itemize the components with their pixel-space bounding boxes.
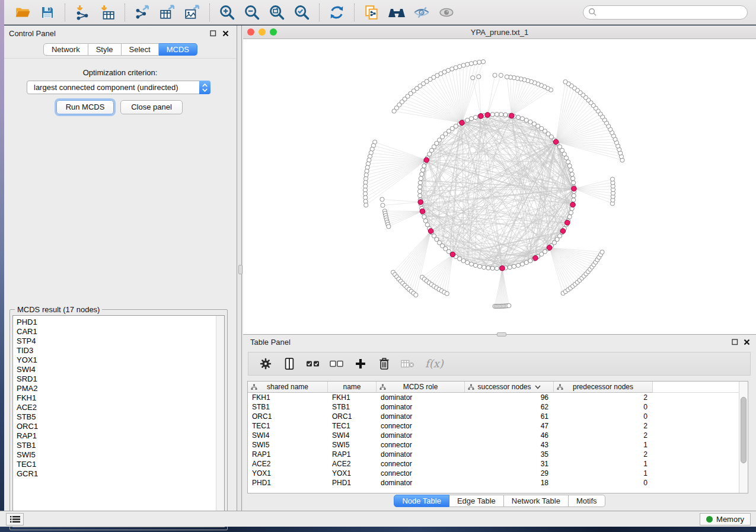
mcds-result-item[interactable]: STP4 xyxy=(13,336,215,346)
table-panel-tabs: Node TableEdge TableNetwork TableMotifs xyxy=(243,495,756,507)
optimization-criterion-dropdown[interactable]: largest connected component (undirected) xyxy=(27,81,210,94)
table-cell: 1 xyxy=(554,469,653,478)
hide-selected-icon[interactable] xyxy=(413,4,430,21)
table-row[interactable]: SWI5SWI5connector431 xyxy=(248,440,748,450)
table-row[interactable]: FKH1FKH1dominator962 xyxy=(248,393,748,402)
mcds-result-item[interactable]: ORC1 xyxy=(13,422,215,431)
deselect-all-icon[interactable] xyxy=(329,356,344,371)
mcds-result-item[interactable]: SRD1 xyxy=(13,374,215,384)
tab-style[interactable]: Style xyxy=(88,43,122,56)
zoom-selected-icon[interactable] xyxy=(293,4,311,21)
mcds-result-item[interactable]: YOX1 xyxy=(13,355,215,365)
vertical-splitter-handle[interactable] xyxy=(238,265,243,274)
table-cell: 2 xyxy=(554,421,653,431)
mcds-result-item[interactable]: TID3 xyxy=(13,346,215,355)
search-field[interactable] xyxy=(583,5,748,20)
mcds-result-item[interactable]: RAP1 xyxy=(13,431,215,441)
table-row[interactable]: ACE2ACE2connector311 xyxy=(248,459,748,469)
table-cell: 1 xyxy=(554,440,653,450)
table-row[interactable]: TEC1TEC1connector472 xyxy=(248,421,748,431)
zoom-fit-icon[interactable] xyxy=(268,4,286,21)
tab-node-table[interactable]: Node Table xyxy=(394,495,449,507)
zoom-out-icon[interactable] xyxy=(243,4,261,21)
delete-table-icon-disabled xyxy=(400,356,416,371)
table-cell: 18 xyxy=(465,478,554,488)
control-panel-close-icon[interactable] xyxy=(222,30,229,37)
status-list-button[interactable] xyxy=(6,513,24,525)
vertical-splitter[interactable] xyxy=(237,25,243,511)
column-header-successor-nodes[interactable]: successor nodes xyxy=(465,382,554,393)
settings-gear-icon[interactable] xyxy=(258,356,273,371)
table-cell: ACE2 xyxy=(248,459,328,469)
column-header-MCDS-role[interactable]: MCDS role xyxy=(377,382,465,393)
add-column-icon[interactable] xyxy=(353,356,368,371)
tab-network[interactable]: Network xyxy=(43,43,88,56)
column-header-name[interactable]: name xyxy=(328,382,377,393)
table-row[interactable]: YOX1YOX1connector291 xyxy=(248,469,748,478)
node-table-header: shared namenameMCDS rolesuccessor nodesp… xyxy=(248,382,748,393)
table-cell: SWI4 xyxy=(248,431,328,440)
search-input[interactable] xyxy=(597,7,747,18)
column-chooser-icon[interactable] xyxy=(282,356,297,371)
mcds-result-item[interactable]: SWI5 xyxy=(13,450,215,460)
import-network-icon[interactable] xyxy=(74,4,91,21)
node-table[interactable]: shared namenameMCDS rolesuccessor nodesp… xyxy=(247,381,748,493)
table-scrollbar[interactable] xyxy=(739,382,748,493)
table-cell: dominator xyxy=(377,393,465,402)
mcds-list-scrollbar[interactable] xyxy=(216,316,224,527)
import-table-icon[interactable] xyxy=(98,4,116,21)
mcds-result-item[interactable]: ACE2 xyxy=(13,403,215,412)
horizontal-splitter-handle[interactable] xyxy=(497,332,506,336)
mcds-result-item[interactable]: STB1 xyxy=(13,441,215,450)
toolbar-separator xyxy=(125,4,125,21)
table-row[interactable]: PHD1PHD1dominator180 xyxy=(248,478,748,488)
export-table-icon[interactable] xyxy=(158,4,176,21)
tab-edge-table[interactable]: Edge Table xyxy=(449,495,504,507)
export-network-icon[interactable] xyxy=(133,4,151,21)
mcds-result-item[interactable]: STB5 xyxy=(13,412,215,422)
mcds-result-item[interactable]: FKH1 xyxy=(13,393,215,403)
network-window-titlebar: YPA_prune.txt_1 xyxy=(243,25,756,39)
open-session-icon[interactable] xyxy=(14,4,31,21)
tab-select[interactable]: Select xyxy=(122,43,159,56)
table-row[interactable]: RAP1RAP1dominator352 xyxy=(248,450,748,459)
table-cell: dominator xyxy=(377,431,465,440)
export-image-icon[interactable] xyxy=(183,4,201,21)
network-canvas[interactable] xyxy=(243,39,756,334)
mcds-result-item[interactable]: SWI4 xyxy=(13,365,215,374)
mcds-result-item[interactable]: PHD1 xyxy=(13,318,215,327)
column-header-predecessor-nodes[interactable]: predecessor nodes xyxy=(554,382,653,393)
first-neighbors-icon[interactable] xyxy=(388,4,406,21)
table-cell: RAP1 xyxy=(328,450,377,459)
toolbar-separator xyxy=(209,4,210,21)
table-panel-close-icon[interactable] xyxy=(743,338,751,346)
table-cell: 2 xyxy=(554,450,653,459)
memory-button[interactable]: Memory xyxy=(700,513,751,525)
show-all-icon[interactable] xyxy=(438,4,455,21)
tab-mcds[interactable]: MCDS xyxy=(159,43,197,56)
mcds-result-item[interactable]: TEC1 xyxy=(13,460,215,469)
run-mcds-button[interactable]: Run MCDS xyxy=(56,100,114,114)
tab-motifs[interactable]: Motifs xyxy=(569,495,605,507)
table-row[interactable]: ORC1ORC1dominator610 xyxy=(248,412,748,421)
zoom-in-icon[interactable] xyxy=(218,4,236,21)
close-panel-button[interactable]: Close panel xyxy=(120,100,183,114)
refresh-icon[interactable] xyxy=(328,4,346,21)
table-cell: YOX1 xyxy=(248,469,328,478)
tab-network-table[interactable]: Network Table xyxy=(504,495,569,507)
control-panel-float-icon[interactable] xyxy=(209,30,217,37)
mcds-result-item[interactable]: PMA2 xyxy=(13,384,215,393)
table-panel-float-icon[interactable] xyxy=(731,338,739,346)
table-cell: 29 xyxy=(465,469,554,478)
column-header-shared-name[interactable]: shared name xyxy=(248,382,328,393)
mcds-result-list[interactable]: PHD1CAR1STP4TID3YOX1SWI4SRD1PMA2FKH1ACE2… xyxy=(12,315,225,527)
table-row[interactable]: SWI4SWI4dominator462 xyxy=(248,431,748,440)
select-all-icon[interactable] xyxy=(305,356,321,371)
new-network-from-selection-icon[interactable] xyxy=(363,4,381,21)
table-row[interactable]: STB1STB1dominator620 xyxy=(248,402,748,412)
table-scrollbar-thumb[interactable] xyxy=(741,397,747,463)
mcds-result-item[interactable]: GCR1 xyxy=(13,469,215,479)
delete-column-trash-icon[interactable] xyxy=(377,356,392,371)
save-session-icon[interactable] xyxy=(39,4,56,21)
mcds-result-item[interactable]: CAR1 xyxy=(13,327,215,336)
